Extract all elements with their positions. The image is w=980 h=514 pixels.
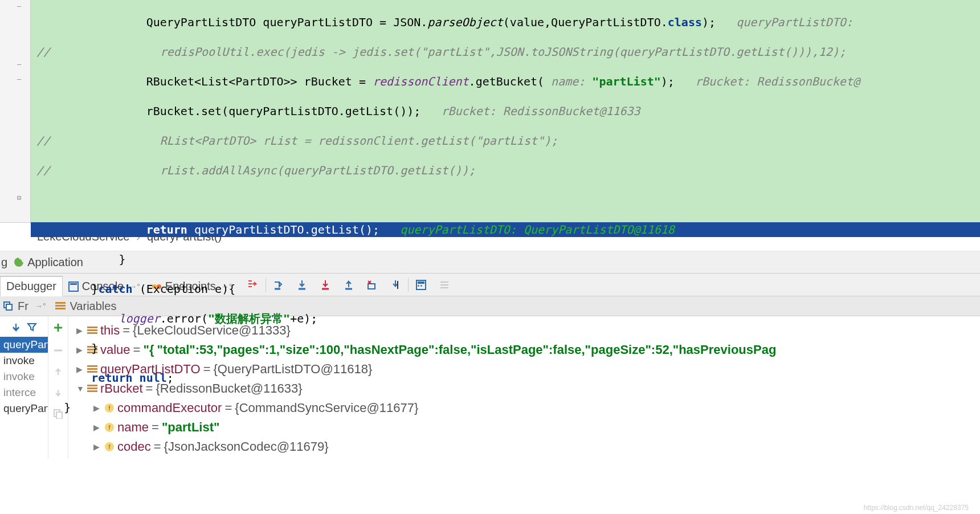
gutter-marker-icon: —: [17, 2, 21, 10]
gutter-marker-icon: —: [17, 60, 21, 68]
gutter: — — — ⊟: [0, 0, 31, 222]
fold-icon[interactable]: ⊟: [17, 194, 21, 202]
remove-watch-icon[interactable]: [52, 345, 64, 356]
code-content: QueryPartListDTO queryPartListDTO = JSON…: [0, 0, 980, 444]
trace-current-stream-icon[interactable]: [434, 274, 455, 296]
up-icon[interactable]: [54, 368, 63, 377]
code-editor[interactable]: — — — ⊟ QueryPartListDTO queryPartListDT…: [0, 0, 980, 222]
copy-icon[interactable]: [53, 409, 63, 419]
gutter-marker-icon: —: [17, 75, 21, 83]
svg-rect-21: [56, 412, 62, 419]
current-execution-line: return queryPartListDTO.getList(); query…: [31, 222, 980, 237]
down-icon[interactable]: [54, 388, 63, 397]
